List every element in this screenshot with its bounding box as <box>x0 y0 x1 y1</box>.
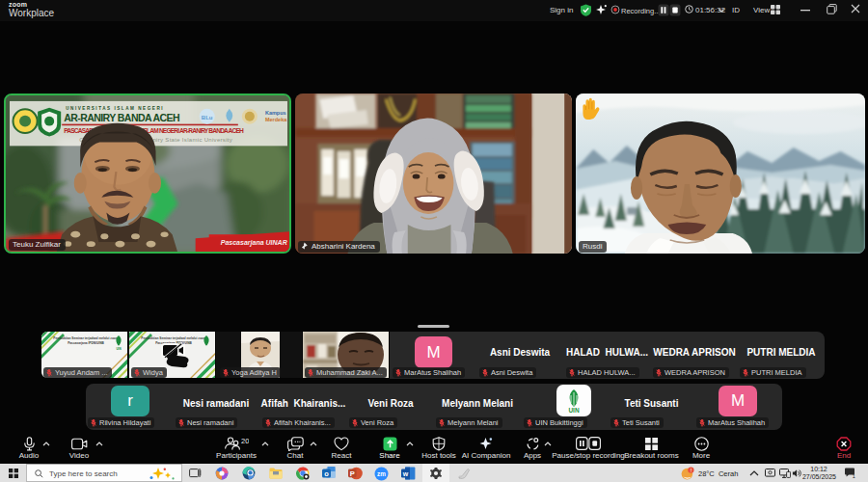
svg-text:Pascasarjana UINAR: Pascasarjana UINAR <box>221 239 287 247</box>
svg-text:P: P <box>350 469 355 478</box>
svg-text:Pascasarjana IPDN/UINB: Pascasarjana IPDN/UINB <box>68 341 104 345</box>
svg-text:AR-RANIRY BANDA ACEH: AR-RANIRY BANDA ACEH <box>64 113 179 123</box>
svg-text:Kampus: Kampus <box>265 110 286 116</box>
svg-text:1: 1 <box>853 473 855 478</box>
svg-text:BLu: BLu <box>202 115 213 120</box>
svg-text:o: o <box>324 469 329 478</box>
svg-text:UIN: UIN <box>116 347 121 351</box>
svg-text:UNIVERSITAS ISLAM NEGERI: UNIVERSITAS ISLAM NEGERI <box>66 106 162 111</box>
svg-text:Pembuktian Seminar terjadwal m: Pembuktian Seminar terjadwal melalui zoo… <box>53 336 118 340</box>
svg-text:Merdeka: Merdeka <box>265 117 287 122</box>
svg-text:w: w <box>402 470 409 477</box>
svg-text:UIN: UIN <box>568 407 580 414</box>
svg-text:Pembuktian Seminar terjadwal m: Pembuktian Seminar terjadwal melalui zoo… <box>141 336 205 340</box>
svg-text:20: 20 <box>241 437 249 445</box>
svg-text:zm: zm <box>377 470 386 477</box>
